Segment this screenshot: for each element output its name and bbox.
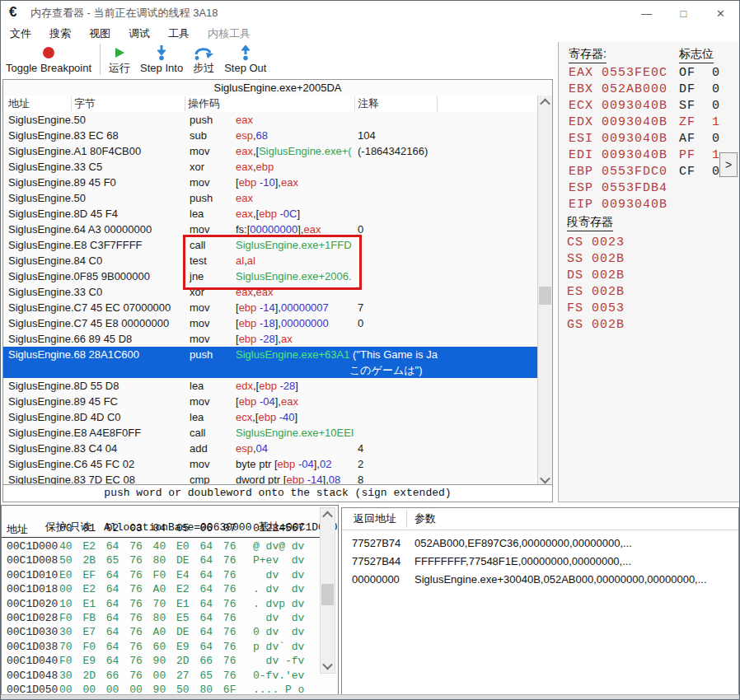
disasm-mnemonic: lea	[190, 378, 234, 394]
disasm-row[interactable]: SiglusEngine.50pusheax	[3, 112, 538, 128]
expand-registers-button[interactable]: >	[719, 152, 738, 177]
menu-item-调试[interactable]: 调试	[119, 26, 159, 42]
disasm-mnemonic: mov	[190, 456, 234, 472]
step-into-button[interactable]: Step Into	[135, 42, 188, 75]
stack-header: 返回地址 参数	[342, 508, 738, 530]
disasm-row[interactable]: SiglusEngine.64 A3 00000000movfs:[000000…	[3, 222, 538, 237]
disasm-operands: SiglusEngine.exe+63A1 ("This Game is Ja	[236, 347, 438, 362]
disasm-operands: SiglusEngine.exe+1FFD	[236, 237, 356, 253]
disasm-row[interactable]: SiglusEngine.E8 A4E8F0FFcallSiglusEngine…	[3, 425, 538, 441]
disasm-row[interactable]: SiglusEngine.89 45 F0mov[ebp -10],eax	[3, 175, 538, 190]
flag-row-zf[interactable]: ZF 1	[679, 114, 720, 131]
register-row-edx[interactable]: EDX 0093040B	[569, 114, 667, 131]
disasm-row[interactable]: SiglusEngine.33 C0xoreax,eax	[3, 284, 538, 300]
toggle-breakpoint-button[interactable]: Toggle Breakpoint	[1, 42, 96, 75]
disasm-row[interactable]: SiglusEngine.89 45 FCmov[ebp -04],eax	[3, 394, 538, 409]
register-row-ebx[interactable]: EBX 052AB000	[569, 82, 667, 98]
disasm-row[interactable]: SiglusEngine.83 EC 68subesp,68104	[3, 128, 538, 143]
hex-address: 00C1D038	[7, 640, 58, 655]
flag-row-cf[interactable]: CF 0	[679, 164, 720, 180]
flag-row-pf[interactable]: PF 1	[679, 147, 720, 164]
flag-row-of[interactable]: OF 0	[679, 65, 720, 82]
hex-address: 00C1D040	[7, 654, 58, 669]
current-address-bar: SiglusEngine.exe+2005DA	[3, 80, 552, 96]
hex-scroll-up-button[interactable]	[321, 508, 335, 522]
disasm-scrollbar[interactable]	[537, 96, 552, 487]
stack-params: SiglusEngine.exe+30040B,052AB000,0000000…	[414, 571, 707, 589]
column-divider	[437, 96, 438, 111]
disasm-row[interactable]: SiglusEngine.8D 4D C0leaecx,[ebp -40]	[3, 409, 538, 425]
segment-registers-title: 段寄存器	[567, 215, 613, 231]
disasm-row[interactable]: SiglusEngine.8D 45 F4leaeax,[ebp -0C]	[3, 206, 538, 222]
disasm-address-bytes: SiglusEngine.84 C0	[8, 253, 186, 268]
hex-ascii: dv dv	[253, 568, 304, 583]
hex-scrollbar[interactable]	[320, 507, 335, 674]
hex-scroll-down-button[interactable]	[321, 659, 335, 673]
instruction-description-bar: push word or doubleword onto the stack (…	[3, 484, 552, 502]
step-over-button[interactable]: 步过	[188, 42, 219, 75]
column-bytes[interactable]: 字节	[74, 96, 96, 112]
hex-ascii: dv -fv	[253, 654, 304, 669]
disasm-row[interactable]: SiglusEngine.0F85 9B000000jneSiglusEngin…	[3, 268, 538, 284]
segment-row-gs[interactable]: GS 002B	[567, 317, 625, 334]
disasm-row[interactable]: SiglusEngine.83 C4 04addesp,044	[3, 441, 538, 456]
register-row-esi[interactable]: ESI 0093040B	[569, 131, 667, 147]
segment-row-fs[interactable]: FS 0053	[567, 301, 625, 317]
maximize-button[interactable]: □	[665, 1, 702, 26]
segment-row-cs[interactable]: CS 0023	[567, 235, 625, 251]
column-comment[interactable]: 注释	[358, 96, 379, 112]
disasm-row[interactable]: SiglusEngine.33 C5xoreax,ebp	[3, 159, 538, 175]
disasm-row[interactable]: SiglusEngine.C7 45 EC 07000000mov[ebp -1…	[3, 300, 538, 315]
step-out-button[interactable]: Step Out	[219, 42, 271, 75]
hex-scroll-thumb[interactable]	[321, 584, 334, 605]
register-row-esp[interactable]: ESP 0553FDB4	[569, 180, 667, 197]
register-row-eax[interactable]: EAX 0553FE0C	[569, 65, 667, 82]
hex-address: 00C1D018	[7, 582, 58, 597]
disasm-operands: eax	[236, 190, 356, 206]
disasm-row[interactable]: SiglusEngine.50pusheax	[3, 190, 538, 206]
hex-ascii: 0-fv.'ev	[253, 669, 304, 684]
disasm-operands: esp,68	[236, 128, 356, 143]
stack-params: 052AB000,EF897C36,00000000,00000000,...	[414, 534, 632, 553]
menu-item-文件[interactable]: 文件	[1, 26, 40, 42]
hex-ascii: 0 dv dv	[253, 625, 304, 640]
scroll-thumb[interactable]	[539, 287, 551, 305]
register-row-ecx[interactable]: ECX 0093040B	[569, 98, 667, 114]
segment-row-ss[interactable]: SS 002B	[567, 251, 625, 268]
disasm-address-bytes: SiglusEngine.8D 55 D8	[8, 378, 186, 394]
run-button[interactable]: 运行	[104, 42, 135, 75]
toolbar-separator	[100, 44, 101, 75]
disasm-row[interactable]: SiglusEngine.66 89 45 D8mov[ebp -28],ax	[3, 331, 538, 347]
register-row-edi[interactable]: EDI 0093040B	[569, 147, 667, 164]
disasm-row[interactable]: SiglusEngine.C6 45 FC 02movbyte ptr [ebp…	[3, 456, 538, 472]
disasm-mnemonic: mov	[190, 331, 234, 347]
menu-item-搜索[interactable]: 搜索	[40, 26, 80, 42]
step-over-icon	[194, 44, 213, 62]
scroll-up-button[interactable]	[538, 96, 552, 110]
disasm-address-bytes: SiglusEngine.C6 45 FC 02	[8, 456, 186, 472]
disasm-operands: [ebp -18],00000000	[236, 315, 356, 331]
disasm-address-bytes: SiglusEngine.E8 C3F7FFFF	[8, 237, 186, 253]
register-row-ebp[interactable]: EBP 0553FDC0	[569, 164, 667, 180]
disasm-row[interactable]: SiglusEngine.8D 55 D8leaedx,[ebp -28]	[3, 378, 538, 394]
flag-row-af[interactable]: AF 0	[679, 131, 720, 147]
menu-item-内核工具[interactable]: 内核工具	[199, 26, 260, 42]
registers-title: 寄存器:	[569, 47, 607, 63]
menu-item-视图[interactable]: 视图	[80, 26, 119, 42]
flag-row-sf[interactable]: SF 0	[679, 98, 720, 114]
flag-row-df[interactable]: DF 0	[679, 82, 720, 98]
register-row-eip[interactable]: EIP 0093040B	[569, 197, 667, 213]
segment-row-es[interactable]: ES 002B	[567, 284, 625, 301]
disasm-row[interactable]: SiglusEngine.A1 80F4CB00moveax,[SiglusEn…	[3, 143, 538, 159]
disasm-row[interactable]: SiglusEngine.68 28A1C600pushSiglusEngine…	[3, 347, 538, 378]
disasm-row[interactable]: SiglusEngine.E8 C3F7FFFFcallSiglusEngine…	[3, 237, 538, 253]
disasm-row[interactable]: SiglusEngine.C7 45 E8 00000000mov[ebp -1…	[3, 315, 538, 331]
minimize-button[interactable]: —	[628, 1, 665, 26]
column-opcode[interactable]: 操作码	[188, 96, 220, 112]
segment-row-ds[interactable]: DS 002B	[567, 268, 625, 284]
close-button[interactable]: ✕	[702, 1, 739, 26]
menu-item-工具[interactable]: 工具	[159, 26, 199, 42]
disasm-mnemonic: lea	[190, 206, 234, 222]
column-address[interactable]: 地址	[8, 96, 30, 112]
disasm-row[interactable]: SiglusEngine.84 C0testal,al	[3, 253, 538, 268]
